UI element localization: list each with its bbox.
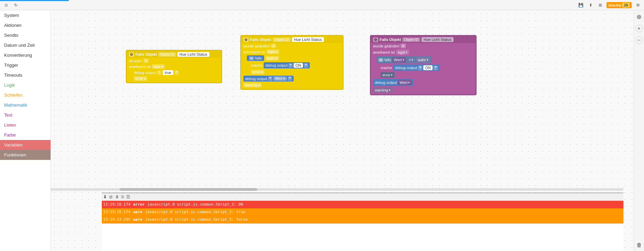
b1-error-dd[interactable]: error ▾ (134, 76, 147, 81)
b3-wurde-dd[interactable]: ▾ (401, 44, 406, 48)
b1-quote-l: ❝ (157, 70, 161, 75)
b2-on-val: ON (294, 63, 303, 68)
b2-wert-dd[interactable]: Wert ▾ (273, 76, 287, 81)
refresh-icon[interactable]: ↻ (12, 2, 19, 9)
log-entry-2: 13:19:10.174 warn javascript.0 script.js… (102, 208, 623, 216)
b3-anerkannt-label: anerkannt ist (373, 50, 395, 54)
topbar: ⊙ ↻ 💾 ⬆ ⊞ blockly JS ⚙ (0, 0, 644, 10)
target-icon[interactable]: ⊙ (3, 2, 10, 9)
b3-error-arrow[interactable]: ▾ (391, 73, 393, 77)
sidebar-item-funktionen[interactable]: Funktionen (0, 150, 51, 160)
log-clear-icon[interactable]: ⊘ (109, 194, 113, 199)
sidebar-item-aktionen[interactable]: Aktionen (0, 20, 51, 30)
export-icon[interactable]: ⬆ (587, 2, 594, 9)
sidebar-item-datum[interactable]: Datum und Zeit (0, 40, 51, 50)
b3-wert-label: Wert (394, 58, 402, 62)
b1-debug-label: debug output (134, 70, 156, 75)
b3-wahr-arrow[interactable]: ▾ (427, 58, 428, 62)
b3-debug2-label: debug output (375, 80, 397, 85)
b3-wurde-label: wurde geändert (373, 44, 399, 48)
b1-ist-wahr-dd[interactable]: ▾ (143, 58, 149, 63)
b3-title: Falls Objekt (380, 37, 401, 42)
b1-gear-icon: ⚙ (129, 52, 134, 57)
b2-debug2-label: debug output (245, 77, 267, 81)
sidebar-item-farbe[interactable]: Farbe (0, 130, 51, 140)
b3-error-label: error (382, 73, 390, 77)
b2-qr2: ❞ (288, 76, 292, 81)
b2-anerkannt-label: anerkannt ist (243, 50, 265, 54)
sidebar-item-schleifen[interactable]: Schleifen (0, 90, 51, 100)
b2-egal-dd[interactable]: egal ▾ (266, 50, 279, 54)
b3-on-val: ON (423, 65, 433, 70)
b3-gear-icon: ⚙ (373, 37, 378, 42)
b1-true-val: true (163, 70, 173, 75)
b3-wahr-label: wahr (418, 58, 426, 62)
log-time-3: 13:19:13.295 (102, 217, 132, 222)
b2-ql2: ❝ (268, 76, 272, 81)
sidebar-item-text[interactable]: Text (0, 110, 51, 120)
b3-egal-arrow[interactable]: ▾ (406, 51, 407, 54)
sidebar-item-listen[interactable]: Listen (0, 120, 51, 130)
block3-container[interactable]: ⚙ Falls Objekt Objekt ID Hue Licht Statu… (370, 35, 477, 95)
log-msg-1: javascript.0 script.js.common.Skript_2: … (146, 202, 244, 207)
sidebar-item-system[interactable]: System (0, 10, 51, 20)
log-level-2: warn (132, 210, 144, 214)
zoom-out-icon[interactable]: − (635, 36, 643, 44)
b1-egal-dd[interactable]: egal ▾ (152, 64, 165, 69)
b1-anerkannt-label: anerkannt ist (129, 65, 151, 69)
b2-warning-dd[interactable]: warning ▾ (243, 83, 262, 87)
sidebar-item-konvertierung[interactable]: Konvertierung (0, 50, 51, 60)
b3-wert2-arrow[interactable]: ▾ (408, 81, 410, 84)
log-toolbar: ⬇ ⊘ ⏸ ⎘ ☰ (102, 193, 623, 201)
sidebar-item-trigger[interactable]: Trigger (0, 60, 51, 70)
b2-objekt-id-label: Objekt ID (273, 37, 291, 42)
b3-mache-label: mache (381, 66, 392, 70)
b2-wurde-dd[interactable]: ▾ (271, 44, 276, 48)
js-label: JS (622, 3, 630, 8)
block1-container[interactable]: ⚙ Falls Objekt Objekt ID Hue Licht Statu… (126, 50, 222, 83)
trash-icon[interactable]: 🗑 (636, 242, 642, 248)
log-list-icon[interactable]: ☰ (126, 194, 130, 199)
blockly-label: blockly (609, 3, 622, 7)
log-level-3: warn (132, 217, 144, 222)
log-pause-icon[interactable]: ⏸ (115, 194, 119, 199)
b3-warning-arrow[interactable]: ▾ (389, 88, 391, 92)
sidebar-item-timeouts[interactable]: Timeouts (0, 70, 51, 80)
b3-egal-label: egal (398, 50, 405, 54)
compass-icon[interactable]: ⊕ (636, 13, 642, 21)
canvas-hscrollbar[interactable] (51, 188, 623, 191)
log-copy-icon[interactable]: ⎘ (121, 194, 124, 199)
blockly-js-badge[interactable]: blockly JS (607, 2, 632, 8)
settings-icon[interactable]: ⚙ (634, 2, 641, 9)
log-arrow-icon[interactable]: ⬇ (103, 194, 107, 199)
log-time-2: 13:19:10.174 (102, 210, 132, 214)
b2-wahr-dd[interactable]: wahr ▾ (265, 56, 279, 61)
right-panel: ⊕ + − 🗑 (634, 10, 644, 251)
log-empty-area (102, 223, 623, 251)
sidebar-item-mathematik[interactable]: Mathematik (0, 100, 51, 110)
canvas-area[interactable]: ⚙ Falls Objekt Objekt ID Hue Licht Statu… (51, 10, 634, 251)
b1-hue-status: Hue Licht Status (177, 52, 209, 57)
b2-mache-label: mache (251, 63, 262, 67)
log-msg-3: javascript.0 script.js.common.Skript_2: … (144, 217, 249, 222)
b2-hue-status: Hue Licht Status (292, 37, 324, 42)
b2-error-dd[interactable]: error ▾ (251, 70, 264, 74)
b2-qr: ❞ (304, 63, 308, 68)
zoom-in-icon[interactable]: + (635, 25, 643, 32)
save-icon[interactable]: 💾 (578, 2, 585, 9)
b3-qr: ❞ (434, 66, 438, 70)
b2-title: Falls Objekt (250, 37, 271, 42)
block2-container[interactable]: ⚙ Falls Objekt Objekt ID Hue Licht Statu… (240, 35, 343, 90)
sidebar-item-sendto[interactable]: Sendto (0, 30, 51, 40)
b2-falls-label: falls (255, 56, 262, 60)
sidebar-item-logik[interactable]: Logik (0, 80, 51, 90)
b3-objekt-id-label: Objekt ID (402, 37, 420, 42)
grid-icon[interactable]: ⊞ (597, 2, 604, 9)
b3-warning-label: warning (375, 88, 388, 92)
b3-equals-arrow[interactable]: ▾ (412, 58, 413, 62)
b3-equals-label: = (409, 58, 411, 62)
canvas-hscrollbar-thumb[interactable] (120, 188, 257, 191)
main-area: System Aktionen Sendto Datum und Zeit Ko… (0, 10, 644, 251)
sidebar-item-variablen[interactable]: Variablen (0, 140, 51, 150)
b3-wert-arrow[interactable]: ▾ (403, 58, 404, 62)
